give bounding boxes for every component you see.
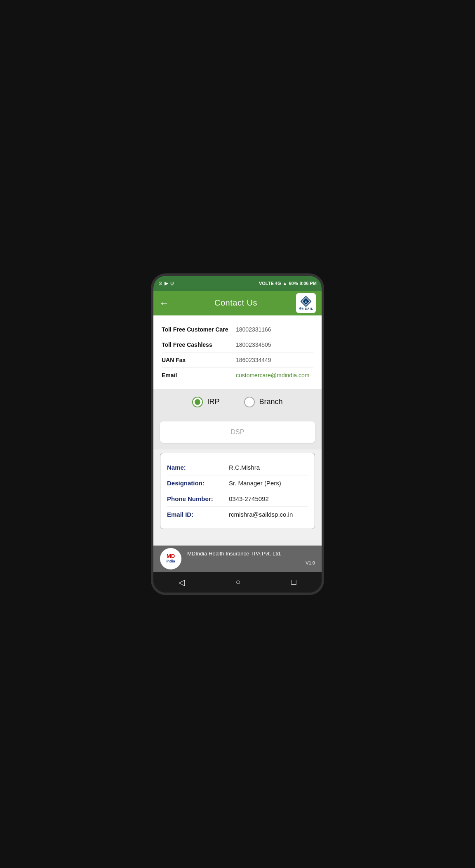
nav-back-button[interactable]: ◁ bbox=[169, 574, 195, 590]
toll-free-cashless-label: Toll Free Cashless bbox=[162, 341, 236, 348]
youtube-icon: ▶ bbox=[165, 280, 168, 286]
version-text: V1.0 bbox=[306, 560, 315, 567]
uan-fax-label: UAN Fax bbox=[162, 357, 236, 363]
toll-free-cashless-row: Toll Free Cashless 18002334505 bbox=[162, 337, 313, 353]
irp-radio-option[interactable]: IRP bbox=[192, 397, 219, 407]
sail-text: सेल SAIL bbox=[299, 307, 313, 311]
name-row: Name: R.C.Mishra bbox=[167, 460, 308, 475]
sail-logo: S सेल SAIL bbox=[296, 293, 316, 313]
details-card: Name: R.C.Mishra Designation: Sr. Manage… bbox=[160, 453, 315, 529]
dsp-input-field[interactable]: DSP bbox=[160, 421, 315, 443]
toll-free-care-row: Toll Free Customer Care 18002331166 bbox=[162, 322, 313, 337]
irp-radio-inner bbox=[195, 399, 200, 405]
designation-row: Designation: Sr. Manager (Pers) bbox=[167, 475, 308, 491]
status-right-icons: VOLTE 4G ▲ 60% 8:06 PM bbox=[259, 281, 317, 286]
status-left-icons: ⊙ ▶ ψ bbox=[158, 280, 174, 286]
contact-info-section: Toll Free Customer Care 18002331166 Toll… bbox=[153, 315, 322, 389]
nav-bar: ◁ ○ □ bbox=[153, 572, 322, 593]
status-bar: ⊙ ▶ ψ VOLTE 4G ▲ 60% 8:06 PM bbox=[153, 276, 322, 291]
company-name: MDIndia Health Insurance TPA Pvt. Ltd. bbox=[187, 550, 315, 560]
toll-free-care-label: Toll Free Customer Care bbox=[162, 326, 236, 333]
md-text: MD bbox=[166, 553, 175, 559]
uan-fax-row: UAN Fax 18602334449 bbox=[162, 353, 313, 368]
back-button[interactable]: ← bbox=[159, 297, 169, 309]
svg-text:S: S bbox=[305, 300, 307, 303]
network-label: VOLTE 4G bbox=[259, 281, 281, 286]
mi-icon: ⊙ bbox=[158, 280, 162, 286]
dsp-section: DSP bbox=[153, 415, 322, 449]
irp-radio-circle[interactable] bbox=[192, 397, 203, 407]
nav-home-button[interactable]: ○ bbox=[226, 574, 250, 590]
email-row: Email customercare@mdindia.com bbox=[162, 368, 313, 383]
mdindia-logo: MD india bbox=[160, 548, 181, 569]
email-value[interactable]: customercare@mdindia.com bbox=[236, 372, 309, 379]
designation-value: Sr. Manager (Pers) bbox=[229, 480, 281, 487]
toolbar: ← Contact Us S सेल SAIL bbox=[153, 291, 322, 315]
name-label: Name: bbox=[167, 464, 229, 471]
signal-icon: ▲ bbox=[283, 281, 287, 286]
email-id-label: Email ID: bbox=[167, 511, 229, 518]
radio-section: IRP Branch bbox=[153, 389, 322, 415]
battery-label: 60% bbox=[289, 281, 298, 286]
toll-free-care-value: 18002331166 bbox=[236, 326, 271, 333]
branch-radio-circle[interactable] bbox=[244, 397, 255, 407]
device-frame: ⊙ ▶ ψ VOLTE 4G ▲ 60% 8:06 PM ← Contact U… bbox=[151, 273, 324, 595]
designation-label: Designation: bbox=[167, 480, 229, 487]
email-id-value: rcmishra@saildsp.co.in bbox=[229, 511, 293, 518]
email-id-row: Email ID: rcmishra@saildsp.co.in bbox=[167, 507, 308, 522]
footer: MD india MDIndia Health Insurance TPA Pv… bbox=[153, 546, 322, 572]
name-value: R.C.Mishra bbox=[229, 464, 260, 471]
page-title: Contact Us bbox=[176, 298, 296, 308]
main-content: Toll Free Customer Care 18002331166 Toll… bbox=[153, 315, 322, 546]
email-label: Email bbox=[162, 372, 236, 379]
mdindia-logo-text: MD india bbox=[166, 553, 175, 563]
branch-radio-label: Branch bbox=[259, 398, 282, 406]
nav-recent-button[interactable]: □ bbox=[281, 574, 306, 590]
usb-icon: ψ bbox=[170, 280, 174, 286]
toll-free-cashless-value: 18002334505 bbox=[236, 341, 271, 348]
phone-label: Phone Number: bbox=[167, 495, 229, 502]
time-display: 8:06 PM bbox=[299, 281, 317, 286]
india-text: india bbox=[166, 560, 175, 564]
phone-row: Phone Number: 0343-2745092 bbox=[167, 491, 308, 507]
branch-radio-option[interactable]: Branch bbox=[244, 397, 282, 407]
phone-value: 0343-2745092 bbox=[229, 495, 269, 502]
uan-fax-value: 18602334449 bbox=[236, 357, 271, 363]
irp-radio-label: IRP bbox=[207, 398, 219, 406]
dsp-placeholder: DSP bbox=[231, 428, 245, 436]
